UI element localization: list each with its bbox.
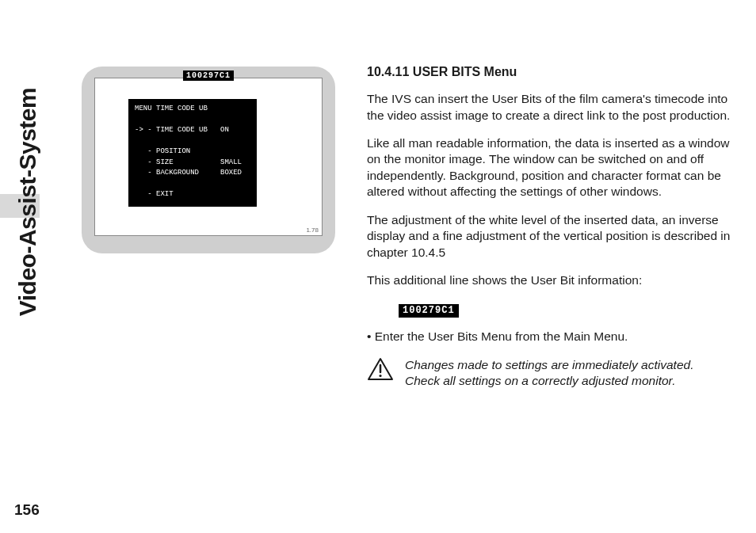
version-label: 1.78 bbox=[306, 227, 319, 234]
sidebar-title: Video-Assist-System bbox=[14, 88, 41, 316]
warning-text: Changes made to settings are immediately… bbox=[405, 357, 731, 389]
osd-menu: MENU TIME CODE UB -> - TIME CODE UB ON -… bbox=[128, 99, 257, 207]
warning-icon bbox=[367, 357, 394, 385]
paragraph: The adjustment of the white level of the… bbox=[367, 212, 731, 261]
page-number: 156 bbox=[14, 501, 40, 519]
warning-note: Changes made to settings are immediately… bbox=[367, 357, 731, 389]
monitor-title-code: 100297C1 bbox=[183, 70, 234, 81]
user-bit-code: 100279C1 bbox=[399, 304, 459, 318]
bullet-item: • Enter the User Bits Menu from the Main… bbox=[367, 329, 731, 345]
paragraph: The IVS can insert the User Bits of the … bbox=[367, 91, 731, 124]
body-text: 10.4.11 USER BITS Menu The IVS can inser… bbox=[367, 63, 731, 389]
paragraph: This additional line shows the User Bit … bbox=[367, 272, 731, 288]
monitor-screen: 100297C1 MENU TIME CODE UB -> - TIME COD… bbox=[94, 78, 323, 236]
svg-point-2 bbox=[379, 375, 381, 377]
paragraph: Like all man readable information, the d… bbox=[367, 135, 731, 200]
monitor-frame: 100297C1 MENU TIME CODE UB -> - TIME COD… bbox=[82, 67, 335, 253]
sidebar-tab: Video-Assist-System bbox=[14, 24, 41, 380]
section-heading: 10.4.11 USER BITS Menu bbox=[367, 63, 731, 80]
